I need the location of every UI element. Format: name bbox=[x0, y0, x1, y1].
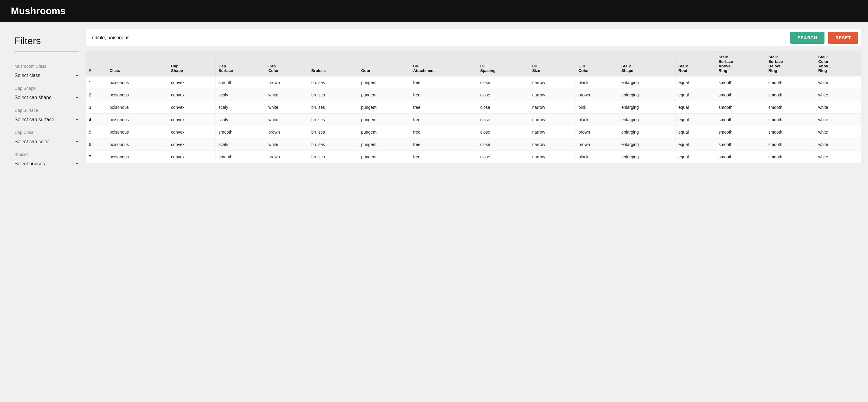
table-cell: enlarging bbox=[618, 89, 676, 101]
table-cell: white bbox=[815, 101, 861, 114]
table-cell: free bbox=[410, 89, 477, 101]
filter-select-cap-shape[interactable]: Select cap shape ▼ bbox=[14, 92, 79, 103]
table-cell: white bbox=[265, 138, 308, 151]
table-cell: white bbox=[815, 76, 861, 89]
table-row: 1poisonousconvexsmoothbrownbruisespungen… bbox=[86, 76, 861, 89]
table-cell: brown bbox=[576, 138, 618, 151]
table-cell: close bbox=[477, 76, 529, 89]
app-title: Mushrooms bbox=[11, 5, 66, 16]
filter-select-bruises[interactable]: Select bruises ▼ bbox=[14, 159, 79, 169]
table-cell-num: 5 bbox=[86, 126, 106, 138]
table-cell: white bbox=[815, 126, 861, 138]
col-header-stalk-surface-below-ring: StalkSurfaceBelowRing bbox=[765, 51, 815, 76]
table-cell: white bbox=[815, 151, 861, 163]
table-cell: equal bbox=[675, 151, 715, 163]
col-header-num: # bbox=[86, 51, 106, 76]
table-cell: narrow bbox=[529, 126, 575, 138]
table-cell: equal bbox=[675, 89, 715, 101]
table-cell: convex bbox=[168, 114, 216, 126]
table-cell: brown bbox=[265, 151, 308, 163]
table-cell: smooth bbox=[765, 76, 815, 89]
table-cell: narrow bbox=[529, 151, 575, 163]
table-cell: enlarging bbox=[618, 101, 676, 114]
filter-group-mushroom-class: Mushroom Class Select class ▼ bbox=[14, 59, 79, 81]
sidebar-title: Filters bbox=[14, 35, 79, 52]
table-cell: close bbox=[477, 151, 529, 163]
data-table-wrapper: # Class CapShape CapSurface CapColor Bru… bbox=[86, 51, 861, 163]
table-cell: brown bbox=[576, 126, 618, 138]
table-cell: free bbox=[410, 138, 477, 151]
table-cell: scaly bbox=[216, 89, 266, 101]
table-cell: poisonous bbox=[106, 138, 168, 151]
table-cell: narrow bbox=[529, 138, 575, 151]
table-cell: pungent bbox=[358, 138, 410, 151]
table-cell: bruises bbox=[308, 138, 358, 151]
chevron-down-icon: ▼ bbox=[75, 140, 79, 144]
table-cell: pungent bbox=[358, 101, 410, 114]
table-cell-num: 1 bbox=[86, 76, 106, 89]
content-area: SEARCH RESET # Class CapShape CapSurface… bbox=[86, 29, 861, 175]
table-cell: smooth bbox=[765, 89, 815, 101]
filter-select-cap-shape-value: Select cap shape bbox=[14, 95, 52, 100]
table-cell: enlarging bbox=[618, 126, 676, 138]
table-cell: enlarging bbox=[618, 114, 676, 126]
search-input[interactable] bbox=[88, 33, 787, 43]
table-cell: free bbox=[410, 76, 477, 89]
table-row: 4poisonousconvexscalywhitebruisespungent… bbox=[86, 114, 861, 126]
col-header-gill-color: GillColor bbox=[576, 51, 618, 76]
table-cell: scaly bbox=[216, 101, 266, 114]
table-cell: enlarging bbox=[618, 76, 676, 89]
data-table: # Class CapShape CapSurface CapColor Bru… bbox=[86, 51, 861, 163]
col-header-odor: Odor bbox=[358, 51, 410, 76]
table-cell: bruises bbox=[308, 76, 358, 89]
search-button[interactable]: SEARCH bbox=[790, 32, 825, 44]
table-cell: convex bbox=[168, 138, 216, 151]
table-cell: smooth bbox=[715, 76, 765, 89]
filter-group-cap-color: Cap Color Select cap color ▼ bbox=[14, 125, 79, 147]
filter-group-bruises: Bruises Select bruises ▼ bbox=[14, 147, 79, 169]
table-cell: convex bbox=[168, 76, 216, 89]
table-cell: smooth bbox=[715, 89, 765, 101]
table-cell: poisonous bbox=[106, 89, 168, 101]
table-cell: equal bbox=[675, 138, 715, 151]
filter-select-bruises-value: Select bruises bbox=[14, 161, 45, 166]
table-row: 2poisonousconvexscalywhitebruisespungent… bbox=[86, 89, 861, 101]
table-cell: white bbox=[265, 114, 308, 126]
table-cell: white bbox=[815, 138, 861, 151]
table-cell: smooth bbox=[715, 101, 765, 114]
filter-select-cap-color-value: Select cap color bbox=[14, 139, 49, 145]
table-cell: smooth bbox=[765, 138, 815, 151]
table-cell: smooth bbox=[715, 126, 765, 138]
table-row: 7poisonousconvexsmoothbrownbruisespungen… bbox=[86, 151, 861, 163]
table-cell: brown bbox=[265, 76, 308, 89]
filter-select-cap-color[interactable]: Select cap color ▼ bbox=[14, 136, 79, 147]
filter-select-cap-surface-value: Select cap surface bbox=[14, 117, 54, 122]
table-cell: close bbox=[477, 89, 529, 101]
col-header-stalk-color-above-ring: StalkColorAbov...Ring bbox=[815, 51, 861, 76]
col-header-bruises: Bruises bbox=[308, 51, 358, 76]
table-cell: convex bbox=[168, 151, 216, 163]
table-cell: poisonous bbox=[106, 76, 168, 89]
table-cell: close bbox=[477, 114, 529, 126]
table-cell: bruises bbox=[308, 89, 358, 101]
table-cell: smooth bbox=[765, 114, 815, 126]
table-row: 5poisonousconvexsmoothbrownbruisespungen… bbox=[86, 126, 861, 138]
filter-select-mushroom-class[interactable]: Select class ▼ bbox=[14, 70, 79, 81]
table-cell: white bbox=[815, 89, 861, 101]
filter-select-cap-surface[interactable]: Select cap surface ▼ bbox=[14, 115, 79, 125]
table-cell: smooth bbox=[715, 151, 765, 163]
table-cell: bruises bbox=[308, 114, 358, 126]
table-cell: convex bbox=[168, 101, 216, 114]
reset-button[interactable]: RESET bbox=[828, 32, 858, 44]
table-cell: poisonous bbox=[106, 126, 168, 138]
col-header-stalk-shape: StalkShape bbox=[618, 51, 676, 76]
table-cell: narrow bbox=[529, 89, 575, 101]
filter-group-cap-shape: Cap Shape Select cap shape ▼ bbox=[14, 81, 79, 103]
table-cell: free bbox=[410, 101, 477, 114]
table-cell: brown bbox=[576, 89, 618, 101]
table-cell: narrow bbox=[529, 114, 575, 126]
table-cell: poisonous bbox=[106, 101, 168, 114]
table-cell: smooth bbox=[715, 138, 765, 151]
table-cell-num: 4 bbox=[86, 114, 106, 126]
col-header-class: Class bbox=[106, 51, 168, 76]
